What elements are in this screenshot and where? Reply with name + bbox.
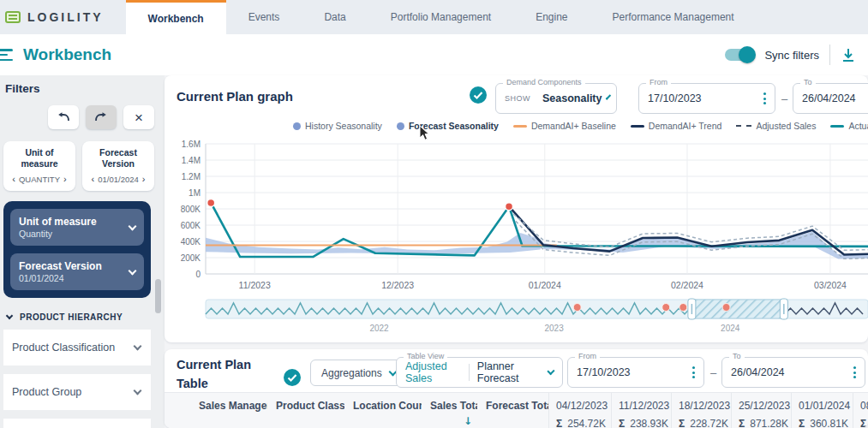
tab-engine[interactable]: Engine: [513, 0, 590, 34]
graph-from-date-field[interactable]: From 17/10/2023: [638, 83, 775, 114]
title-bar: Workbench Sync filters: [0, 34, 868, 75]
applied-filter-card[interactable]: Unit of measureQuantity: [10, 209, 144, 246]
sync-filters-label: Sync filters: [764, 49, 819, 62]
date-range-dash: –: [781, 92, 787, 105]
legend-item-adjusted-sales[interactable]: Adjusted Sales: [736, 121, 816, 131]
table-to-date-field[interactable]: To 26/04/2024: [721, 357, 865, 388]
filter-chip-value: ‹QUANTITY›: [7, 174, 72, 184]
legend-item-forecast-seasonality[interactable]: Forecast Seasonality: [397, 121, 499, 131]
sigma-icon: Σ: [619, 418, 625, 428]
column-header-01-01-2024[interactable]: 01/01/2024Σ360.81K: [791, 393, 853, 428]
chevron-right-icon[interactable]: ›: [142, 174, 146, 184]
chevron-down-icon: [134, 387, 142, 395]
svg-text:0: 0: [195, 270, 201, 279]
column-header-product-classifica[interactable]: Product Classifica: [267, 393, 344, 428]
hierarchy-item-label: Product Classification: [12, 342, 115, 354]
main-content: Current Plan graph Demand Components SHO…: [165, 75, 868, 428]
main-chart[interactable]: 1.6M1.4M1.2M1M800K600K400K200K011/202312…: [165, 134, 868, 296]
chevron-left-icon[interactable]: ‹: [92, 174, 95, 184]
sort-desc-icon[interactable]: ↓: [430, 415, 472, 427]
chevron-right-icon[interactable]: ›: [63, 174, 67, 184]
filters-heading: Filters: [5, 82, 165, 95]
graph-to-date-field[interactable]: To 26/04/2024: [793, 83, 868, 114]
table-view-option-planner-forecast[interactable]: Planner Forecast: [477, 360, 541, 384]
table-from-date-field[interactable]: From 17/10/2023: [567, 357, 704, 388]
legend-item-demandai-baseline[interactable]: DemandAI+ Baseline: [513, 121, 616, 131]
filter-menu-icon[interactable]: [0, 49, 15, 61]
table-from-date-value: 17/10/2023: [577, 366, 631, 378]
legend-item-history-seasonality[interactable]: History Seasonality: [293, 121, 382, 131]
undo-button[interactable]: [48, 105, 79, 129]
filter-chip-current-value: 01/01/2024: [98, 175, 139, 184]
column-header-label: Forecast Total: [486, 400, 543, 412]
table-view-option-adjusted-sales[interactable]: Adjusted Sales: [405, 360, 461, 384]
column-header-25-12-2023[interactable]: 25/12/2023Σ871.28K: [731, 393, 791, 428]
tab-events[interactable]: Events: [226, 0, 302, 34]
tab-workbench[interactable]: Workbench: [126, 0, 226, 34]
table-title-line1: Current Plan: [177, 358, 251, 372]
sync-filters-toggle[interactable]: [725, 49, 754, 61]
demand-components-select[interactable]: Demand Components SHOW Seasonality: [495, 83, 617, 114]
legend-label: Adjusted Sales: [756, 121, 816, 131]
panel-scrollbar[interactable]: [155, 75, 161, 428]
column-header-forecast-total[interactable]: Forecast Total: [477, 393, 548, 428]
tab-data[interactable]: Data: [302, 0, 368, 34]
download-icon[interactable]: [841, 47, 856, 62]
column-header-label: Location Country: [353, 400, 416, 412]
product-hierarchy-section[interactable]: PRODUCT HIERARCHY: [7, 312, 165, 322]
close-icon: ×: [135, 110, 143, 125]
legend-line-marker: [513, 125, 527, 128]
redo-button[interactable]: [86, 105, 117, 129]
column-header-08-01-2024[interactable]: 08/01/2024Σ: [853, 393, 868, 428]
current-plan-table-card: Current Plan Table Aggregations Table Vi…: [165, 349, 868, 428]
aggregations-button[interactable]: Aggregations: [310, 360, 407, 386]
timeline-brush[interactable]: 202220232024: [165, 296, 868, 336]
more-options-icon[interactable]: [853, 366, 856, 378]
more-options-icon[interactable]: [692, 366, 695, 378]
table-title-line2: Table: [177, 377, 208, 390]
applied-filters-box: Unit of measureQuantityForecast Version0…: [3, 201, 151, 298]
clear-filters-button[interactable]: ×: [123, 105, 154, 129]
divider: [829, 45, 830, 65]
sigma-icon: Σ: [860, 418, 866, 428]
panel-scrollbar-thumb[interactable]: [155, 279, 161, 313]
hierarchy-item-product-group[interactable]: Product Group: [3, 374, 151, 410]
sigma-icon: Σ: [556, 418, 562, 428]
undo-icon: [57, 112, 70, 123]
svg-text:02/2024: 02/2024: [671, 280, 703, 290]
svg-text:1.6M: 1.6M: [182, 140, 201, 149]
legend-label: Actual Sales: [848, 121, 868, 131]
legend-item-actual-sales[interactable]: Actual Sales: [830, 121, 868, 131]
column-header-sales-total[interactable]: Sales Total↓: [422, 393, 477, 428]
svg-text:2024: 2024: [721, 324, 740, 333]
legend-line-marker: [830, 125, 844, 128]
column-header-location-country[interactable]: Location Country: [344, 393, 422, 428]
legend-item-demandai-trend[interactable]: DemandAI+ Trend: [631, 121, 722, 131]
graph-valid-check-icon: [469, 86, 488, 104]
more-options-icon[interactable]: [763, 92, 766, 104]
column-header-04-12-2023[interactable]: 04/12/2023Σ254.72K: [548, 393, 611, 428]
hierarchy-item-product-classification[interactable]: Product Classification: [3, 330, 151, 366]
column-header-18-12-2023[interactable]: 18/12/2023Σ228.72K: [671, 393, 731, 428]
table-valid-check-icon: [283, 368, 302, 387]
graph-to-date-value: 26/04/2024: [802, 92, 856, 104]
chevron-left-icon[interactable]: ‹: [12, 174, 15, 184]
column-header-11-12-2023[interactable]: 11/12/2023Σ238.93K: [611, 393, 671, 428]
logility-logo-text: LOGILITY: [27, 10, 104, 24]
table-view-select[interactable]: Table View Adjusted Sales Planner Foreca…: [396, 357, 563, 388]
table-view-label: Table View: [404, 352, 447, 360]
applied-filter-value: 01/01/2024: [19, 273, 102, 283]
column-header-sales-manager[interactable]: Sales Manager: [190, 393, 267, 428]
filter-chip[interactable]: Unit of measure‹QUANTITY›: [3, 141, 75, 191]
table-header-row: Sales ManagerProduct ClassificaLocation …: [165, 392, 868, 428]
applied-filter-card[interactable]: Forecast Version01/01/2024: [10, 253, 144, 290]
tab-portfolio-management[interactable]: Portfolio Management: [368, 0, 513, 34]
svg-text:600K: 600K: [181, 221, 201, 230]
hierarchy-list: Product ClassificationProduct GroupModel: [3, 330, 165, 428]
page-title: Workbench: [23, 45, 111, 64]
filter-chip[interactable]: Forecast Version‹01/01/2024›: [82, 141, 154, 191]
filter-chip-current-value: QUANTITY: [19, 175, 60, 184]
tab-performance-management[interactable]: Performance Management: [590, 0, 757, 34]
to-label: To: [729, 352, 745, 360]
hierarchy-item-model[interactable]: Model: [3, 419, 151, 428]
